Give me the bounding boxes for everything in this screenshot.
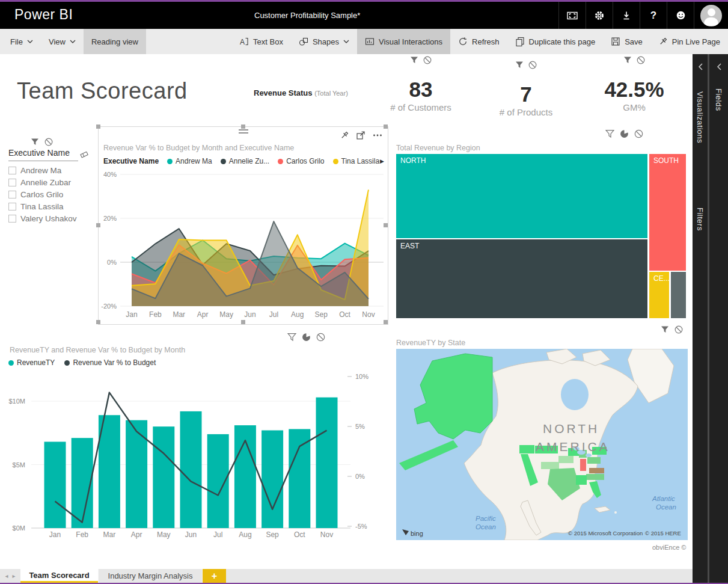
eraser-icon[interactable] bbox=[79, 149, 89, 159]
slicer-item[interactable]: Valery Ushakov bbox=[8, 212, 77, 224]
treemap-node[interactable]: NORTH bbox=[396, 154, 647, 238]
resize-handle[interactable] bbox=[241, 320, 245, 324]
pie-icon[interactable] bbox=[619, 129, 629, 139]
download-button[interactable] bbox=[613, 2, 640, 29]
filter-icon[interactable] bbox=[623, 55, 632, 65]
file-menu-button[interactable]: File bbox=[2, 29, 41, 54]
no-slash-icon[interactable] bbox=[636, 55, 646, 65]
legend-item[interactable]: Annelie Zu... bbox=[221, 157, 269, 165]
focus-mode-icon[interactable] bbox=[356, 131, 366, 140]
treemap-node[interactable]: CE... bbox=[649, 272, 669, 318]
checkbox[interactable] bbox=[8, 203, 16, 211]
legend-item[interactable]: Tina Lassila bbox=[333, 157, 380, 165]
filter-icon[interactable] bbox=[515, 60, 524, 70]
expand-panel-chevron-icon[interactable] bbox=[716, 63, 722, 71]
kpi-card-gm[interactable]: 42.5% GM% bbox=[592, 55, 676, 112]
revenue-bar[interactable] bbox=[262, 431, 283, 529]
checkbox[interactable] bbox=[8, 191, 16, 198]
save-button[interactable]: Save bbox=[603, 29, 650, 54]
legend-item[interactable]: Carlos Grilo bbox=[278, 157, 324, 165]
no-slash-icon[interactable] bbox=[423, 55, 432, 65]
revenue-bar[interactable] bbox=[44, 442, 66, 529]
feedback-button[interactable] bbox=[667, 2, 694, 29]
panel-label-visualizations[interactable]: Visualizations bbox=[696, 91, 705, 143]
checkbox[interactable] bbox=[8, 215, 16, 223]
filter-outline-icon[interactable] bbox=[605, 129, 615, 139]
treemap-node[interactable]: SOUTH bbox=[649, 154, 686, 271]
panel-label-filters[interactable]: Filters bbox=[696, 207, 705, 231]
map-state[interactable] bbox=[519, 445, 534, 453]
area-chart-plot[interactable]: 40%20%0%-20%JanFebMarAprMayJunJulAugSepO… bbox=[99, 168, 388, 323]
slicer-item[interactable]: Andrew Ma bbox=[8, 164, 77, 176]
no-slash-icon[interactable] bbox=[674, 325, 684, 334]
map-state[interactable] bbox=[558, 456, 574, 463]
refresh-button[interactable]: Refresh bbox=[450, 29, 507, 54]
treemap-visual[interactable]: NORTHEASTSOUTHCE... bbox=[396, 154, 686, 318]
drag-grip-icon[interactable] bbox=[239, 129, 248, 135]
resize-handle[interactable] bbox=[384, 320, 388, 324]
resize-handle[interactable] bbox=[96, 320, 100, 324]
revenue-bar[interactable] bbox=[316, 398, 338, 528]
pin-visual-icon[interactable] bbox=[340, 131, 349, 140]
filter-icon[interactable] bbox=[660, 325, 670, 334]
revenue-bar[interactable] bbox=[153, 426, 174, 528]
account-button[interactable] bbox=[694, 2, 728, 29]
area-chart-visual[interactable]: Revenue Var % to Budget by Month and Exe… bbox=[98, 126, 388, 325]
resize-handle[interactable] bbox=[241, 124, 245, 129]
text-box-button[interactable]: A Text Box bbox=[231, 29, 291, 54]
no-slash-icon[interactable] bbox=[528, 60, 537, 70]
help-button[interactable]: ? bbox=[640, 2, 667, 29]
slicer-item[interactable]: Tina Lassila bbox=[8, 200, 77, 212]
resize-handle[interactable] bbox=[384, 223, 388, 227]
checkbox[interactable] bbox=[8, 179, 16, 186]
slicer-item[interactable]: Annelie Zubar bbox=[8, 176, 77, 188]
add-page-button[interactable]: + bbox=[203, 569, 226, 583]
tab-scroll-left-icon[interactable]: ◂ bbox=[5, 573, 8, 579]
treemap-node[interactable]: EAST bbox=[396, 239, 647, 318]
legend-item[interactable]: Revenue Var % to Budget bbox=[64, 358, 156, 367]
filter-outline-icon[interactable] bbox=[287, 332, 297, 342]
checkbox[interactable] bbox=[8, 167, 16, 174]
visual-interactions-button[interactable]: Visual Interactions bbox=[357, 29, 450, 54]
no-slash-icon[interactable] bbox=[44, 137, 54, 147]
duplicate-page-button[interactable]: Duplicate this page bbox=[507, 29, 604, 54]
legend-scroll-arrow[interactable]: ▶ bbox=[380, 158, 384, 164]
more-options-icon[interactable] bbox=[372, 131, 383, 140]
resize-handle[interactable] bbox=[384, 124, 388, 129]
filter-icon[interactable] bbox=[409, 55, 419, 65]
no-slash-icon[interactable] bbox=[316, 332, 326, 342]
map-state[interactable] bbox=[576, 475, 587, 485]
legend-item[interactable]: RevenueTY bbox=[8, 358, 55, 367]
map-state[interactable] bbox=[586, 474, 604, 480]
legend-item[interactable]: Andrew Ma bbox=[167, 157, 212, 165]
resize-handle[interactable] bbox=[96, 124, 100, 129]
view-menu-button[interactable]: View bbox=[41, 29, 84, 54]
resize-handle[interactable] bbox=[96, 223, 100, 227]
revenue-bar[interactable] bbox=[289, 429, 310, 528]
tab-team-scorecard[interactable]: Team Scorecard bbox=[20, 569, 98, 583]
treemap-node[interactable] bbox=[671, 272, 686, 318]
settings-button[interactable] bbox=[586, 2, 613, 29]
revenue-bar[interactable] bbox=[126, 420, 147, 528]
pie-icon[interactable] bbox=[301, 332, 311, 342]
tab-scroll-right-icon[interactable]: ▸ bbox=[13, 573, 16, 579]
reading-view-button[interactable]: Reading view bbox=[84, 29, 146, 54]
map-state[interactable] bbox=[541, 462, 559, 469]
pin-live-page-button[interactable]: Pin Live Page bbox=[650, 29, 728, 54]
panel-label-fields[interactable]: Fields bbox=[714, 88, 723, 111]
map-state-negative[interactable] bbox=[580, 459, 586, 471]
map-state-brown[interactable] bbox=[589, 468, 604, 473]
no-slash-icon[interactable] bbox=[634, 129, 644, 139]
fullscreen-button[interactable] bbox=[558, 2, 586, 29]
combo-chart-plot[interactable]: $10M$5M$0M10%5%0%-5%JanFebMarAprMayJunJu… bbox=[0, 367, 391, 547]
tab-industry-margin-analysis[interactable]: Industry Margin Analysis bbox=[98, 569, 203, 583]
kpi-card-products[interactable]: 7 # of Products bbox=[487, 60, 565, 117]
expand-panel-chevron-icon[interactable] bbox=[697, 63, 703, 71]
revenue-bar[interactable] bbox=[180, 411, 202, 528]
kpi-card-customers[interactable]: 83 # of Customers bbox=[382, 55, 460, 112]
shapes-button[interactable]: Shapes bbox=[291, 29, 357, 54]
map-state[interactable] bbox=[587, 457, 601, 464]
filter-icon[interactable] bbox=[30, 137, 40, 147]
choropleth-map[interactable]: NORTH AMERICA Pacific Ocean Atlantic Oce… bbox=[396, 349, 688, 540]
slicer-item[interactable]: Carlos Grilo bbox=[8, 188, 77, 200]
